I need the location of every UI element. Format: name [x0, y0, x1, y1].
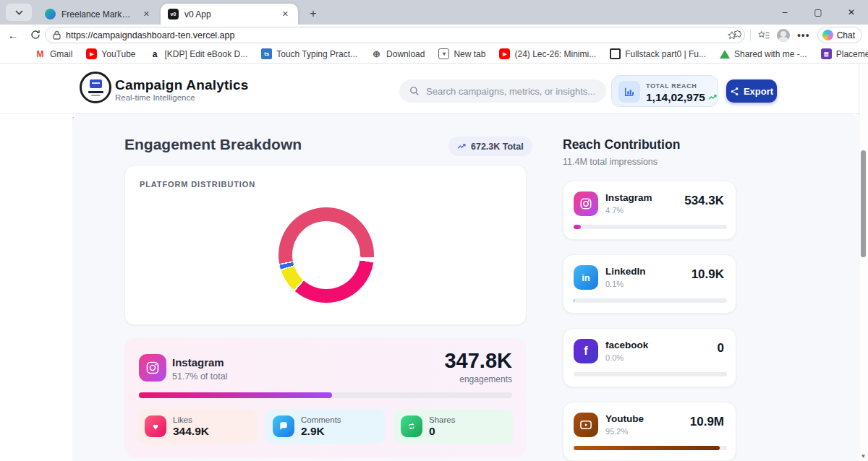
copilot-icon	[822, 30, 833, 40]
app-logo	[80, 72, 111, 103]
bookmark-label: (24) Lec-26: Minimi...	[514, 49, 596, 59]
bookmark-favicon	[720, 50, 730, 59]
tab-freelance-marketplace[interactable]: Freelance Marketplace | Find Top F ✕	[38, 4, 159, 25]
platform-value: 10.9M	[690, 415, 724, 429]
total-reach-value: 1,14,02,975	[646, 91, 705, 104]
bookmark-favicon: ⊕	[371, 48, 382, 59]
stat-value: 344.9K	[173, 425, 209, 438]
engagements-label: engagements	[459, 374, 512, 384]
engagement-heading: Engagement Breakdown	[124, 136, 302, 153]
reach-progress-fill	[574, 446, 720, 450]
reach-progress-track	[574, 298, 727, 303]
platform-percent: 0.0%	[605, 353, 624, 362]
bookmark-item[interactable]: ts Touch Typing Pract...	[261, 48, 357, 59]
bookmark-item[interactable]: ⊕ Download	[371, 48, 425, 59]
page-subtitle: Real-time Intelligence	[115, 93, 195, 102]
scrollbar-down-arrow[interactable]: ▼	[860, 453, 867, 460]
platform-percent: 95.2%	[605, 427, 628, 436]
engagements-value: 347.8K	[444, 349, 512, 373]
url-text[interactable]: https://campaigndashboard-ten.vercel.app	[66, 30, 722, 40]
search-icon	[409, 86, 420, 96]
engagement-total-badge: 672.3K Total	[448, 137, 532, 156]
tab-v0-app[interactable]: v0 v0 App ✕	[161, 4, 298, 25]
bookmark-item[interactable]: a [KDP] Edit eBook D...	[150, 48, 248, 59]
platform-name: Youtube	[605, 413, 644, 424]
extensions-icon[interactable]	[732, 30, 743, 40]
reach-progress-track	[574, 372, 727, 376]
reach-progress-track	[574, 446, 727, 450]
reach-card-youtube[interactable]: Youtube 95.2% 10.9M	[563, 402, 736, 461]
bookmark-label: Placement Registra...	[836, 49, 868, 59]
total-reach-card[interactable]: TOTAL REACH 1,14,02,975	[611, 75, 718, 107]
bookmark-item[interactable]: ▶ (24) Lec-26: Minimi...	[499, 48, 596, 59]
bookmark-item[interactable]: ▶ YouTube	[86, 48, 135, 59]
page-scrollbar[interactable]: ▼	[859, 64, 868, 461]
profile-avatar[interactable]	[777, 29, 790, 42]
copilot-chat-button[interactable]: Chat	[817, 27, 862, 43]
total-reach-label: TOTAL REACH	[646, 82, 697, 90]
favorites-list-icon[interactable]	[758, 30, 770, 40]
reach-card-facebook[interactable]: f facebook 0.0% 0	[563, 328, 736, 387]
bookmark-item[interactable]: Shared with me -...	[720, 49, 807, 59]
bookmark-label: Shared with me -...	[734, 49, 807, 59]
trend-up-icon	[457, 143, 467, 150]
scrollbar-thumb[interactable]	[861, 150, 866, 257]
tab-close-icon[interactable]: ✕	[141, 9, 152, 20]
search-input[interactable]: Search campaigns, metrics, or insights..…	[399, 79, 606, 103]
bookmark-label: Touch Typing Pract...	[276, 49, 357, 59]
platform-distribution-label: PLATFORM DISTRIBUTION	[140, 180, 255, 189]
maximize-button[interactable]: ▢	[801, 0, 835, 25]
tab-strip: Freelance Marketplace | Find Top F ✕ v0 …	[0, 0, 868, 25]
stat-label: Likes	[173, 415, 209, 424]
reach-progress-fill	[574, 298, 574, 303]
refresh-button[interactable]	[26, 27, 45, 43]
bookmark-item[interactable]: M Gmail	[35, 48, 72, 59]
bookmark-favicon: ts	[261, 48, 272, 59]
shares-stat-tile[interactable]: Shares 0	[393, 409, 513, 444]
tab-search-button[interactable]	[6, 4, 32, 21]
instagram-highlight-card[interactable]: Instagram 51.7% of total 347.8K engageme…	[124, 338, 527, 457]
comment-icon	[273, 415, 294, 437]
platform-donut-chart[interactable]	[278, 207, 374, 303]
bookmark-label: Fullstack part0 | Fu...	[625, 49, 706, 59]
search-placeholder: Search campaigns, metrics, or insights..…	[426, 86, 595, 97]
url-field[interactable]: https://campaigndashboard-ten.vercel.app	[45, 27, 745, 43]
facebook-icon: f	[574, 339, 598, 363]
bar-chart-icon	[618, 81, 640, 103]
minimize-button[interactable]: –	[768, 0, 801, 25]
reach-contribution-heading: Reach Contribution	[563, 137, 680, 152]
close-button[interactable]: ✕	[835, 0, 868, 25]
bookmark-favicon: ▾	[438, 48, 449, 59]
tab-close-icon[interactable]: ✕	[280, 9, 291, 20]
bookmark-label: New tab	[454, 49, 485, 59]
engagement-total-text: 672.3K Total	[471, 142, 524, 152]
platform-name: Instagram	[605, 192, 652, 203]
bookmark-item[interactable]: Fullstack part0 | Fu...	[610, 48, 706, 59]
engagement-progress-track	[139, 392, 512, 398]
likes-stat-tile[interactable]: ♥ Likes 344.9K	[137, 409, 257, 444]
reach-card-linkedin[interactable]: in LinkedIn 0.1% 10.9K	[563, 254, 736, 314]
new-tab-button[interactable]: +	[305, 6, 321, 22]
platform-name: facebook	[605, 340, 648, 350]
bookmarks-list: M Gmail ▶ YouTube a [KDP] Edit eBook D..…	[35, 48, 868, 59]
chevron-down-icon	[15, 10, 23, 15]
reach-progress-track	[574, 225, 727, 229]
back-button[interactable]: ←	[4, 27, 22, 43]
bookmark-item[interactable]: ▾ New tab	[438, 48, 485, 59]
engagement-stats-row: ♥ Likes 344.9K Comments 2.9K	[137, 409, 514, 444]
comments-stat-tile[interactable]: Comments 2.9K	[265, 409, 385, 444]
bookmark-favicon: M	[35, 48, 46, 59]
page-title: Campaign Analytics	[115, 77, 249, 93]
logo-text-line	[88, 91, 103, 93]
stat-label: Shares	[429, 415, 455, 424]
logo-text-line	[91, 95, 101, 96]
share-icon	[730, 87, 739, 96]
reach-card-instagram[interactable]: Instagram 4.7% 534.3K	[563, 181, 736, 240]
instagram-icon	[574, 191, 598, 216]
platform-name: LinkedIn	[605, 266, 646, 277]
bookmark-label: Download	[386, 49, 425, 59]
bookmark-item[interactable]: ≣ Placement Registra...	[821, 48, 868, 59]
platform-percent: 4.7%	[605, 206, 624, 215]
more-menu-icon[interactable]: •••	[797, 30, 810, 41]
export-button[interactable]: Export	[726, 79, 777, 103]
